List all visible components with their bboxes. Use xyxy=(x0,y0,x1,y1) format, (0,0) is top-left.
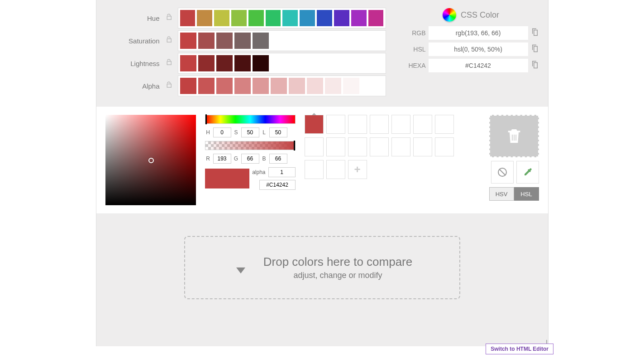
switch-editor-button[interactable]: Switch to HTML Editor xyxy=(486,344,553,346)
hue-slider[interactable] xyxy=(205,115,296,124)
lock-open-icon xyxy=(165,13,173,21)
swatch[interactable] xyxy=(180,78,196,94)
hue-lock[interactable] xyxy=(160,13,178,23)
swatch[interactable] xyxy=(325,78,341,94)
copy-hsl-button[interactable] xyxy=(531,44,539,54)
swatch[interactable] xyxy=(234,33,251,49)
hexa-value[interactable]: #C14242 xyxy=(429,59,528,72)
picker-section: H S L R G B alpha xyxy=(96,107,548,213)
trash-icon xyxy=(505,127,523,145)
add-swatch-button[interactable]: + xyxy=(348,160,367,179)
saturation-lock[interactable] xyxy=(160,36,178,46)
color-canvas[interactable] xyxy=(105,115,196,205)
swatch[interactable] xyxy=(253,55,269,71)
hsl-mode-button[interactable]: HSL xyxy=(514,187,539,201)
alpha-lock[interactable] xyxy=(160,81,178,91)
swatch[interactable] xyxy=(216,55,233,71)
swatch[interactable] xyxy=(248,10,264,26)
copy-rgb-button[interactable] xyxy=(531,28,539,38)
swatch[interactable] xyxy=(214,10,229,26)
palette-swatch[interactable] xyxy=(370,115,389,134)
palette-swatch[interactable] xyxy=(326,115,345,134)
swatch[interactable] xyxy=(307,78,323,94)
arrow-down-icon xyxy=(232,258,250,276)
canvas-cursor[interactable] xyxy=(148,158,154,163)
swatch[interactable] xyxy=(282,10,298,26)
palette-swatch[interactable] xyxy=(413,137,432,156)
lock-open-icon xyxy=(165,36,173,44)
r-input[interactable] xyxy=(213,154,231,164)
h-label: H xyxy=(205,129,211,136)
swatch[interactable] xyxy=(234,55,251,71)
saturation-swatches[interactable] xyxy=(178,30,386,51)
palette-row-3: + xyxy=(305,160,476,179)
rgb-value[interactable]: rgb(193, 66, 66) xyxy=(429,26,528,40)
palette-swatch[interactable] xyxy=(305,160,324,179)
rgb-label: RGB xyxy=(403,29,426,37)
drop-arrow xyxy=(232,258,250,278)
swatch[interactable] xyxy=(343,78,359,94)
l-input[interactable] xyxy=(269,127,287,137)
swatch[interactable] xyxy=(180,33,196,49)
palette-column: + xyxy=(305,115,476,179)
palette-swatch[interactable] xyxy=(435,115,454,134)
swatch[interactable] xyxy=(253,78,269,94)
copy-hexa-button[interactable] xyxy=(531,61,539,71)
trash-dropzone[interactable] xyxy=(489,115,539,157)
g-input[interactable] xyxy=(241,154,259,164)
swatch[interactable] xyxy=(231,10,247,26)
hsl-value[interactable]: hsl(0, 50%, 50%) xyxy=(429,42,528,56)
hue-swatches[interactable] xyxy=(178,8,386,28)
tool-buttons xyxy=(491,161,539,184)
alpha-slider[interactable] xyxy=(205,141,296,150)
palette-swatch[interactable] xyxy=(435,137,454,156)
swatch[interactable] xyxy=(198,33,215,49)
swatch[interactable] xyxy=(368,10,384,26)
palette-swatch[interactable] xyxy=(391,137,410,156)
swatch[interactable] xyxy=(334,10,349,26)
palette-swatch[interactable] xyxy=(370,137,389,156)
swatch[interactable] xyxy=(253,33,269,49)
eyedropper-icon xyxy=(522,167,533,178)
b-label: B xyxy=(261,155,267,162)
swatch[interactable] xyxy=(266,10,281,26)
palette-swatch[interactable] xyxy=(391,115,410,134)
rgb-row: RGB rgb(193, 66, 66) xyxy=(403,26,539,40)
palette-swatch[interactable] xyxy=(326,137,345,156)
alpha-input[interactable] xyxy=(268,167,296,177)
swatch[interactable] xyxy=(198,78,215,94)
swatch[interactable] xyxy=(300,10,315,26)
compare-dropzone[interactable]: Drop colors here to compare adjust, chan… xyxy=(184,236,460,299)
swatch[interactable] xyxy=(216,33,233,49)
swatch[interactable] xyxy=(216,78,233,94)
palette-swatch[interactable] xyxy=(413,115,432,134)
swatch[interactable] xyxy=(180,55,196,71)
swatch[interactable] xyxy=(197,10,212,26)
lightness-lock[interactable] xyxy=(160,58,178,68)
hex-input[interactable] xyxy=(259,180,296,190)
palette-swatch[interactable] xyxy=(305,137,324,156)
palette-swatch[interactable] xyxy=(348,115,367,134)
swatch[interactable] xyxy=(289,78,305,94)
alpha-swatches[interactable] xyxy=(178,75,386,96)
clear-button[interactable] xyxy=(491,161,514,184)
b-input[interactable] xyxy=(269,154,287,164)
swatch[interactable] xyxy=(180,10,196,26)
lightness-swatches[interactable] xyxy=(178,53,386,74)
swatch[interactable] xyxy=(351,10,367,26)
palette-swatch[interactable] xyxy=(326,160,345,179)
palette-swatch-1[interactable] xyxy=(305,115,324,134)
swatch[interactable] xyxy=(271,78,287,94)
tools-column: HSV HSL xyxy=(485,115,539,201)
drop-title: Drop colors here to compare xyxy=(263,255,412,269)
s-input[interactable] xyxy=(241,127,259,137)
swatch[interactable] xyxy=(317,10,332,26)
swatch[interactable] xyxy=(198,55,215,71)
alpha-label: Alpha xyxy=(105,82,160,90)
hsv-mode-button[interactable]: HSV xyxy=(489,187,514,201)
slider-group: Hue Saturation Lightness Alpha xyxy=(105,8,394,99)
eyedropper-button[interactable] xyxy=(516,161,539,184)
h-input[interactable] xyxy=(213,127,231,137)
palette-swatch[interactable] xyxy=(348,137,367,156)
swatch[interactable] xyxy=(234,78,251,94)
